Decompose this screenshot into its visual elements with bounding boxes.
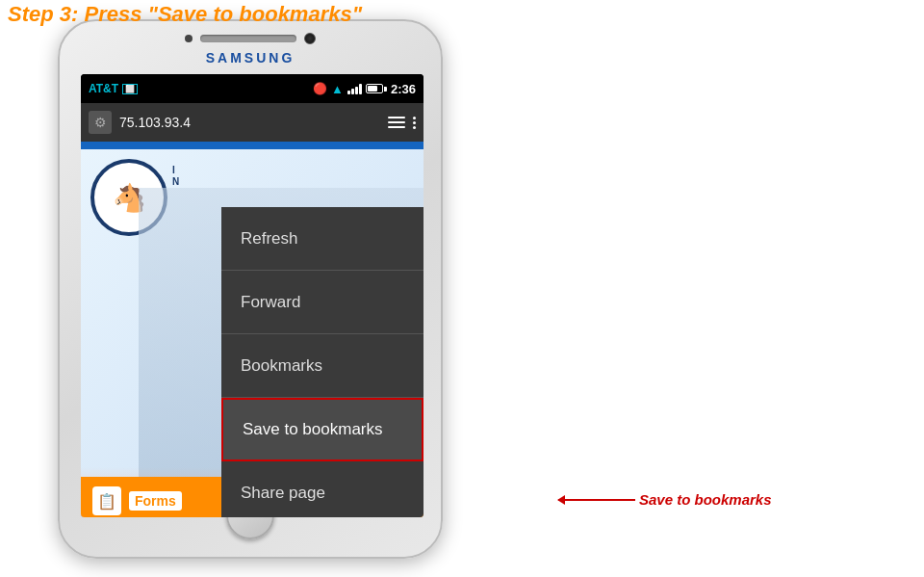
signal-bar-1 [347,91,350,94]
signal-bar-2 [351,89,354,94]
battery-icon [366,84,387,93]
address-bar[interactable]: ⚙ 75.103.93.4 [81,103,424,142]
phone-top [116,33,385,44]
annotation: Save to bookmarks [558,491,772,508]
hamburger-line-2 [388,121,405,123]
time-display: 2:36 [391,82,416,96]
battery-fill [368,86,377,92]
speaker-grille [200,35,296,42]
annotation-arrow-line [558,499,635,501]
signal-bars [347,83,362,94]
forms-icon: 📋 [92,486,121,515]
dot-3 [413,126,416,129]
menu-item-share-page[interactable]: Share page [221,461,424,517]
sensor-dot [185,35,192,42]
menu-item-refresh[interactable]: Refresh [221,207,424,271]
menu-item-save-to-bookmarks[interactable]: Save to bookmarks [221,398,424,461]
nav-icons [388,117,416,129]
menu-item-bookmarks-label: Bookmarks [241,356,322,376]
phone-screen: AT&T ⬜ 🔴 ▲ [81,74,424,517]
page-title: Step 3: Press "Save to bookmarks" [8,2,362,27]
signal-bar-3 [355,87,358,94]
menu-item-save-to-bookmarks-label: Save to bookmarks [243,420,383,439]
blue-bar [81,142,424,149]
status-left: AT&T ⬜ [89,82,138,95]
url-field[interactable]: 75.103.93.4 [119,115,380,130]
menu-item-bookmarks[interactable]: Bookmarks [221,334,424,398]
carrier-label: AT&T [89,82,118,95]
dropdown-menu: Refresh Forward Bookmarks Save to bookma… [221,207,424,517]
status-bar: AT&T ⬜ 🔴 ▲ [81,74,424,103]
bluetooth-icon: 🔴 [313,82,327,95]
phone-device: SAMSUNG AT&T ⬜ 🔴 ▲ [58,19,462,568]
status-right: 🔴 ▲ 2:3 [313,82,416,96]
browser-icon: ⚙ [89,111,112,134]
web-content: 🐴 I N 📋 Forms [81,142,424,517]
hamburger-line-3 [388,126,405,128]
annotation-label: Save to bookmarks [639,491,772,508]
front-camera [304,33,316,44]
samsung-logo: SAMSUNG [206,50,295,66]
image-icon: ⬜ [122,84,138,94]
three-dots-menu-icon[interactable] [413,117,416,129]
menu-item-refresh-label: Refresh [241,229,298,249]
menu-item-share-page-label: Share page [241,484,325,503]
hamburger-menu-icon[interactable] [388,117,405,128]
menu-item-forward-label: Forward [241,293,300,312]
dot-2 [413,121,416,124]
dot-1 [413,117,416,119]
phone-body: SAMSUNG AT&T ⬜ 🔴 ▲ [58,19,443,559]
teamsters-name: I N [172,165,179,188]
signal-bar-4 [359,84,362,94]
hamburger-line-1 [388,117,405,118]
battery-body [366,84,383,93]
battery-tip [384,87,387,92]
menu-item-forward[interactable]: Forward [221,271,424,334]
wifi-icon: ▲ [331,82,344,96]
forms-label: Forms [129,491,182,511]
